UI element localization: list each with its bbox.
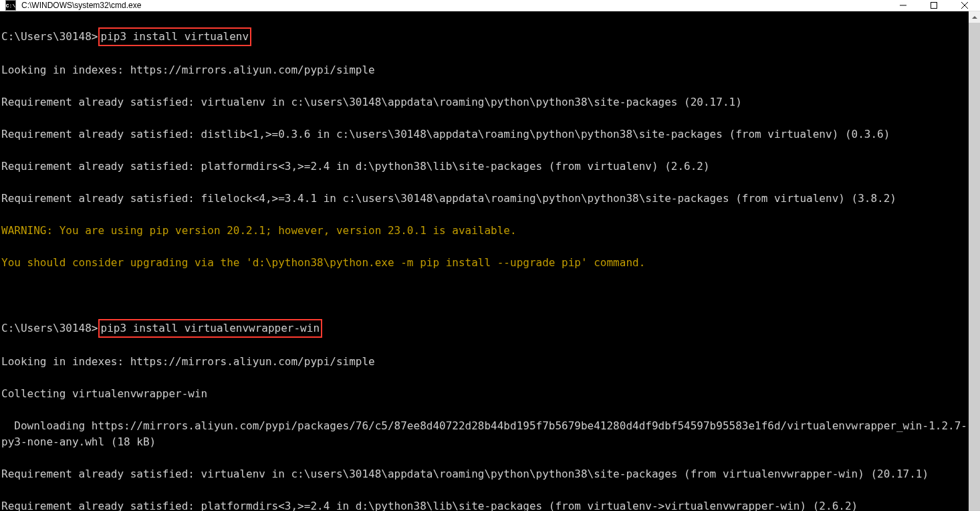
minimize-button[interactable] [888, 0, 918, 11]
vertical-scrollbar[interactable] [969, 11, 980, 511]
output-line: Looking in indexes: https://mirrors.aliy… [1, 354, 967, 370]
maximize-button[interactable] [918, 0, 949, 11]
scroll-up-arrow-icon[interactable] [969, 11, 980, 23]
output-line: Requirement already satisfied: distlib<1… [1, 126, 967, 142]
svg-marker-4 [972, 16, 977, 19]
terminal-output[interactable]: C:\Users\30148>pip3 install virtualenv L… [0, 11, 969, 511]
window-title: C:\WINDOWS\system32\cmd.exe [21, 1, 888, 10]
prompt: C:\Users\30148> [1, 322, 98, 334]
cmd-window: C:\ C:\WINDOWS\system32\cmd.exe C:\Users… [0, 0, 980, 511]
output-line: Looking in indexes: https://mirrors.aliy… [1, 62, 967, 78]
output-line: Requirement already satisfied: platformd… [1, 159, 967, 175]
blank-line [1, 287, 967, 303]
command-highlight: pip3 install virtualenv [98, 27, 252, 46]
titlebar[interactable]: C:\ C:\WINDOWS\system32\cmd.exe [0, 0, 980, 11]
output-line: Requirement already satisfied: virtualen… [1, 94, 967, 110]
output-line: Collecting virtualenvwrapper-win [1, 386, 967, 402]
warning-line: WARNING: You are using pip version 20.2.… [1, 223, 967, 239]
close-button[interactable] [949, 0, 980, 11]
scrollbar-thumb[interactable] [969, 23, 980, 511]
svg-rect-1 [931, 3, 937, 9]
command-highlight: pip3 install virtualenvwrapper-win [98, 319, 323, 338]
output-line: Requirement already satisfied: virtualen… [1, 466, 967, 482]
output-line: Requirement already satisfied: platformd… [1, 498, 967, 511]
output-line: Requirement already satisfied: filelock<… [1, 191, 967, 207]
prompt: C:\Users\30148> [1, 30, 98, 43]
output-line: Downloading https://mirrors.aliyun.com/p… [1, 418, 967, 450]
cmd-icon: C:\ [5, 0, 16, 11]
warning-line: You should consider upgrading via the 'd… [1, 255, 967, 271]
